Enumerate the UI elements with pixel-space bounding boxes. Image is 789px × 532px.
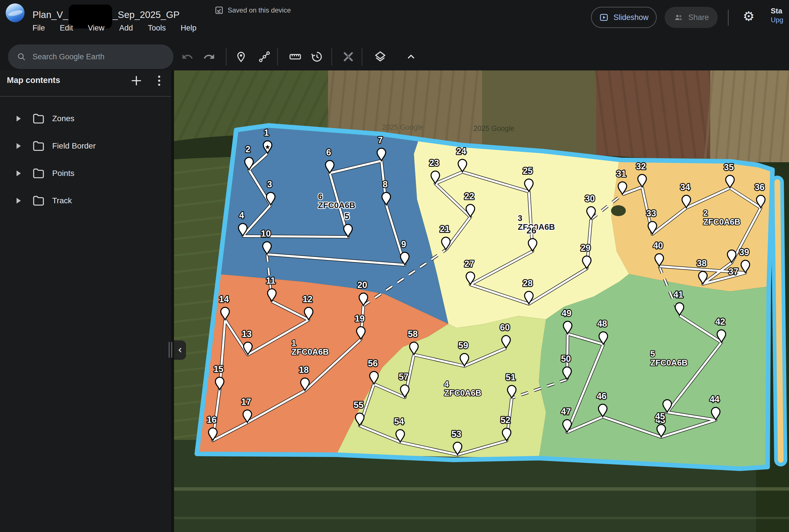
google-earth-window: Plan_V__Sep_2025_GP Saved on this device… (0, 0, 789, 532)
account-name-clipped: Sta (771, 6, 783, 16)
pin-number-48: 48 (597, 319, 607, 329)
settings-gear-icon[interactable]: ⚙ (743, 8, 754, 24)
chevron-left-icon (176, 346, 184, 354)
pin-number-22: 22 (464, 191, 474, 201)
share-label: Share (688, 13, 709, 22)
pin-number-32: 32 (636, 162, 646, 171)
expand-caret-icon[interactable] (17, 116, 21, 121)
toolbar-divider (332, 48, 332, 65)
menu-tools[interactable]: Tools (148, 24, 166, 33)
toolbar-divider (277, 48, 278, 65)
pin-number-51: 51 (506, 372, 515, 382)
pin-number-45: 45 (655, 412, 665, 421)
header-divider (728, 10, 729, 26)
pin-number-36: 36 (755, 182, 765, 192)
pin-number-27: 27 (464, 259, 474, 269)
sidebar-item-track[interactable]: Track (0, 187, 171, 214)
map-style-layers-icon[interactable] (373, 49, 388, 64)
pin-number-28: 28 (523, 278, 532, 288)
pin-number-19: 19 (355, 314, 364, 324)
menu-edit[interactable]: Edit (60, 24, 73, 33)
zone-label-5: ZFC0A6B (650, 358, 688, 367)
menu-view[interactable]: View (88, 24, 105, 33)
map-contents-panel: Map contents Zones Field Border Points T… (0, 71, 171, 532)
expand-caret-icon[interactable] (17, 143, 21, 149)
saved-status-text: Saved on this device (228, 6, 291, 14)
pin-number-31: 31 (616, 169, 626, 179)
pin-number-7: 7 (378, 135, 382, 145)
zone-label-4: 4 (444, 379, 449, 388)
folder-icon (32, 139, 45, 153)
search-input[interactable]: Search Google Earth (8, 44, 173, 69)
pin-number-57: 57 (399, 372, 409, 382)
pin-number-15: 15 (214, 364, 223, 374)
folder-icon (32, 167, 45, 180)
zone-2[interactable] (611, 160, 772, 291)
title-prefix: Plan_V_ (33, 10, 68, 20)
zone-label-3: 3 (518, 213, 522, 223)
pin-number-2: 2 (245, 144, 250, 154)
collapse-sidebar-tab[interactable] (174, 340, 186, 360)
redo-icon[interactable] (201, 49, 217, 64)
account-area[interactable]: Sta Upg (771, 6, 783, 24)
add-path-icon[interactable] (257, 49, 272, 64)
sidebar-resize-gutter[interactable] (171, 71, 174, 532)
pin-number-40: 40 (653, 241, 663, 251)
pin-number-44: 44 (710, 394, 720, 404)
folder-icon (32, 112, 45, 126)
pin-number-4: 4 (239, 210, 244, 221)
menu-file[interactable]: File (33, 24, 45, 33)
pin-number-41: 41 (674, 290, 683, 300)
upgrade-link-clipped[interactable]: Upg (771, 16, 783, 24)
pin-number-52: 52 (501, 415, 510, 425)
menu-help[interactable]: Help (181, 24, 196, 33)
collapse-toolbar-icon[interactable] (403, 49, 419, 64)
app-header: Plan_V__Sep_2025_GP Saved on this device… (0, 0, 789, 43)
slideshow-label: Slideshow (613, 13, 649, 22)
panel-menu-kebab-icon[interactable] (152, 73, 167, 89)
map-viewport[interactable]: 2025 Google2025 Google6ZFC0A6B1ZFC0A6B3Z… (174, 71, 789, 532)
sidebar-item-field-border[interactable]: Field Border (0, 133, 171, 159)
sidebar-item-zones[interactable]: Zones (0, 105, 171, 132)
pin-number-1: 1 (264, 128, 269, 138)
menu-add[interactable]: Add (119, 24, 133, 33)
google-earth-logo-icon[interactable] (6, 3, 24, 22)
toolbar: Search Google Earth (0, 43, 789, 71)
add-placemark-icon[interactable] (233, 49, 249, 64)
measure-ruler-icon[interactable] (287, 49, 303, 64)
pin-number-25: 25 (523, 166, 532, 176)
undo-icon[interactable] (180, 49, 195, 64)
sidebar-item-label: Zones (52, 114, 74, 123)
expand-caret-icon[interactable] (17, 170, 21, 176)
slideshow-button[interactable]: Slideshow (591, 7, 657, 28)
historical-imagery-icon[interactable] (309, 49, 325, 64)
add-item-icon[interactable] (129, 73, 144, 89)
pin-number-35: 35 (724, 162, 734, 172)
share-people-icon (674, 12, 684, 22)
field-border-strip-fill (777, 182, 781, 460)
pin-number-16: 16 (207, 415, 217, 425)
tree-blob (611, 205, 626, 216)
pin-number-18: 18 (299, 365, 308, 375)
pin-number-10: 10 (261, 229, 271, 239)
pin-number-12: 12 (303, 294, 312, 304)
map-contents-title: Map contents (7, 76, 60, 85)
menu-bar: File Edit View Add Tools Help (33, 24, 196, 33)
pin-number-34: 34 (680, 182, 690, 192)
pin-number-53: 53 (452, 429, 461, 439)
pin-number-56: 56 (368, 358, 378, 368)
resize-handle[interactable] (169, 342, 172, 358)
pin-number-21: 21 (440, 224, 450, 234)
toolbar-divider (226, 48, 226, 65)
map-canvas[interactable]: 2025 Google2025 Google6ZFC0A6B1ZFC0A6B3Z… (174, 71, 789, 532)
pin-number-23: 23 (429, 158, 439, 168)
document-title[interactable]: Plan_V__Sep_2025_GP (33, 3, 180, 27)
pin-number-39: 39 (739, 247, 749, 257)
sidebar-item-points[interactable]: Points (0, 160, 171, 187)
zone-label-6: 6 (318, 192, 323, 201)
cut-tool-icon[interactable] (341, 49, 356, 64)
expand-caret-icon[interactable] (17, 198, 21, 204)
pin-number-9: 9 (401, 239, 406, 249)
pin-number-42: 42 (715, 317, 725, 327)
share-button[interactable]: Share (665, 7, 718, 28)
